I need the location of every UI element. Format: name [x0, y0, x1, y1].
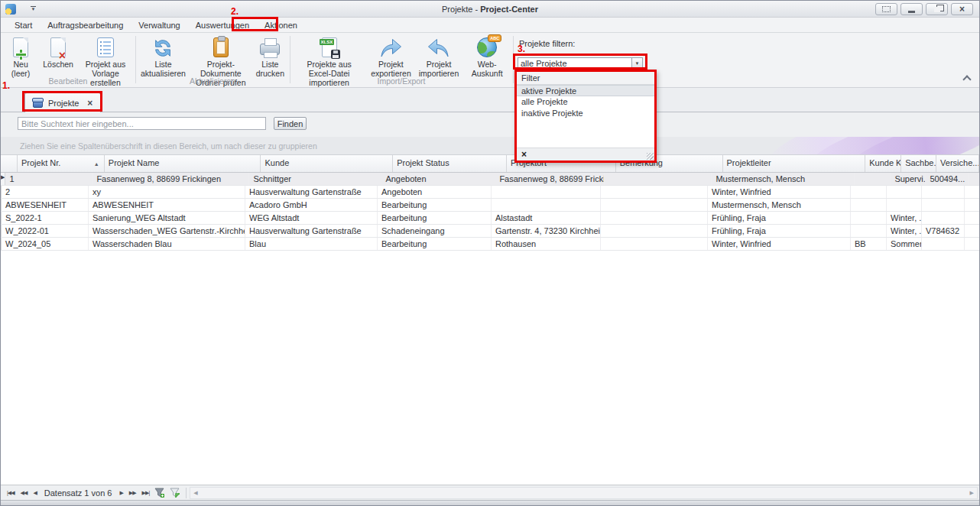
sort-ascending-icon: ▲ — [94, 161, 99, 167]
dropdown-option-aktive-projekte[interactable]: aktive Projekte — [517, 85, 654, 96]
prev-page-button[interactable]: ◀◀ — [18, 490, 31, 496]
search-bar: Finden — [1, 112, 979, 137]
ribbon-tab-bar: Start Auftragsbearbeitung Verwaltung Aus… — [1, 18, 979, 33]
tab-projekte[interactable]: Projekte × — [24, 92, 101, 112]
minimize-icon — [908, 11, 915, 13]
export-arrow-icon — [378, 35, 404, 60]
annotation-label-2: 2. — [231, 6, 239, 17]
row-indicator-header — [1, 155, 18, 172]
table-row[interactable]: W_2024_05 Wasserschaden Blau Blau Bearbe… — [1, 238, 979, 251]
tab-close-icon[interactable]: × — [87, 99, 92, 107]
group-caption-bearbeiten: Bearbeiten — [2, 76, 134, 86]
restore-button[interactable] — [926, 3, 948, 15]
horizontal-scrollbar[interactable]: ◀ ▶ — [190, 487, 978, 499]
first-record-button[interactable]: |◀◀ — [4, 490, 18, 496]
dropdown-option-alle-projekte[interactable]: alle Projekte — [517, 96, 654, 108]
import-arrow-icon — [426, 35, 452, 60]
tab-auswertungen[interactable]: Auswertungen — [188, 18, 257, 32]
new-document-icon — [8, 35, 34, 60]
fullscreen-button[interactable] — [875, 3, 897, 15]
column-header-kunde-k[interactable]: Kunde K... — [865, 155, 901, 172]
collapse-ribbon-icon[interactable] — [963, 74, 970, 81]
column-header-versiche[interactable]: Versiche... — [936, 155, 979, 172]
printer-icon — [257, 35, 283, 60]
application-window: { "titlebar": { "title_prefix": "Projekt… — [0, 0, 980, 506]
group-caption-aktualisieren: Aktualisieren — [137, 76, 288, 86]
group-by-panel[interactable]: Ziehen Sie eine Spaltenüberschrift in di… — [1, 137, 979, 155]
column-header-projekt-name[interactable]: Projekt Name — [105, 155, 261, 172]
window-title: Projekte - Project-Center — [1, 5, 979, 14]
tab-verwaltung[interactable]: Verwaltung — [131, 18, 187, 32]
navigator-divider — [186, 488, 187, 498]
annotation-label-1: 1. — [2, 80, 10, 91]
table-row[interactable]: 2 xy Hausverwaltung Gartenstraße Angebot… — [1, 186, 979, 199]
scroll-right-icon[interactable]: ▶ — [967, 490, 977, 496]
refresh-icon — [150, 35, 176, 60]
ribbon-group-aktualisieren: Liste aktualisieren Projekt-Dokumente Or… — [137, 33, 288, 86]
tab-projekte-label: Projekte — [48, 99, 79, 108]
prev-record-button[interactable]: ◀ — [30, 490, 39, 496]
dropdown-close-icon[interactable]: × — [521, 149, 527, 160]
filter-dropdown-popup: Filter aktive Projekte alle Projekte ina… — [514, 70, 657, 163]
project-filter-combobox[interactable]: alle Projekte ▼ — [518, 57, 643, 69]
project-box-icon — [33, 100, 43, 108]
column-header-projekt-status[interactable]: Projekt Status — [393, 155, 507, 172]
excel-import-icon: XLSX — [316, 35, 342, 60]
record-navigator: |◀◀ ◀◀ ◀ Datensatz 1 von 6 ▶ ▶▶ ▶▶| ◀ ▶ — [1, 485, 979, 500]
clipboard-icon — [208, 35, 234, 60]
group-caption-import-export: Import/Export — [291, 76, 511, 86]
ribbon-group-bearbeiten: Neu (leer) × Löschen Projekt aus Vorlage… — [2, 33, 134, 86]
find-button[interactable]: Finden — [274, 117, 307, 130]
delete-document-icon: × — [45, 35, 71, 60]
table-row[interactable]: ▶ 1 Fasanenweg 8, 88699 Frickingen Schni… — [1, 173, 979, 186]
document-tab-strip: Projekte × — [1, 88, 979, 112]
close-button[interactable]: × — [951, 3, 973, 15]
filter-icon[interactable] — [154, 488, 165, 498]
ribbon: Neu (leer) × Löschen Projekt aus Vorlage… — [1, 33, 979, 88]
group-by-hint: Ziehen Sie eine Spaltenüberschrift in di… — [20, 141, 317, 151]
filter-label: Projekte filtern: — [519, 39, 575, 48]
table-row[interactable]: S_2022-1 Sanierung_WEG Altstadt WEG Alts… — [1, 212, 979, 225]
column-header-projektleiter[interactable]: Projektleiter — [723, 155, 866, 172]
column-header-kunde[interactable]: Kunde — [261, 155, 393, 172]
combobox-value: alle Projekte — [518, 59, 631, 68]
search-input[interactable] — [18, 117, 266, 130]
next-record-button[interactable]: ▶ — [116, 490, 125, 496]
tab-aktionen[interactable]: Aktionen — [257, 18, 305, 32]
tab-auftragsbearbeitung[interactable]: Auftragsbearbeitung — [40, 18, 131, 32]
table-row[interactable]: ABWESENHEIT ABWESENHEIT Acadoro GmbH Bea… — [1, 199, 979, 212]
title-bar: ▼ Projekte - Project-Center × — [1, 1, 979, 18]
ribbon-group-import-export: XLSX Projekte aus Excel-Datei importiere… — [291, 33, 511, 86]
record-count-text: Datensatz 1 von 6 — [40, 488, 117, 498]
grid-rows: ▶ 1 Fasanenweg 8, 88699 Frickingen Schni… — [1, 173, 979, 251]
tab-start[interactable]: Start — [7, 18, 40, 32]
close-icon: × — [959, 5, 965, 13]
template-icon — [92, 35, 118, 60]
dropdown-footer: × — [517, 148, 654, 161]
fullscreen-icon — [882, 6, 891, 12]
dropdown-option-inaktive-projekte[interactable]: inaktive Projekte — [517, 108, 654, 119]
annotation-label-3: 3. — [518, 44, 525, 54]
window-bottom-edge — [1, 500, 979, 506]
grid-header-row: Projekt Nr. ▲ Projekt Name Kunde Projekt… — [1, 155, 979, 173]
restore-icon — [934, 7, 940, 12]
last-record-button[interactable]: ▶▶| — [139, 490, 153, 496]
minimize-button[interactable] — [900, 3, 923, 15]
next-page-button[interactable]: ▶▶ — [126, 490, 139, 496]
column-header-sachbe[interactable]: Sachbe... — [901, 155, 936, 172]
column-header-projekt-nr[interactable]: Projekt Nr. ▲ — [18, 155, 105, 172]
edit-filter-icon[interactable] — [170, 488, 180, 498]
resize-grip-icon[interactable] — [647, 153, 654, 160]
chevron-down-icon[interactable]: ▼ — [631, 58, 642, 68]
scroll-left-icon[interactable]: ◀ — [190, 490, 200, 496]
table-row[interactable]: W_2022-01 Wasserschaden_WEG Gartenstr.-K… — [1, 225, 979, 238]
globe-icon: ABC — [474, 35, 500, 60]
dropdown-header: Filter — [517, 72, 654, 85]
projects-grid: Ziehen Sie eine Spaltenüberschrift in di… — [1, 137, 979, 485]
